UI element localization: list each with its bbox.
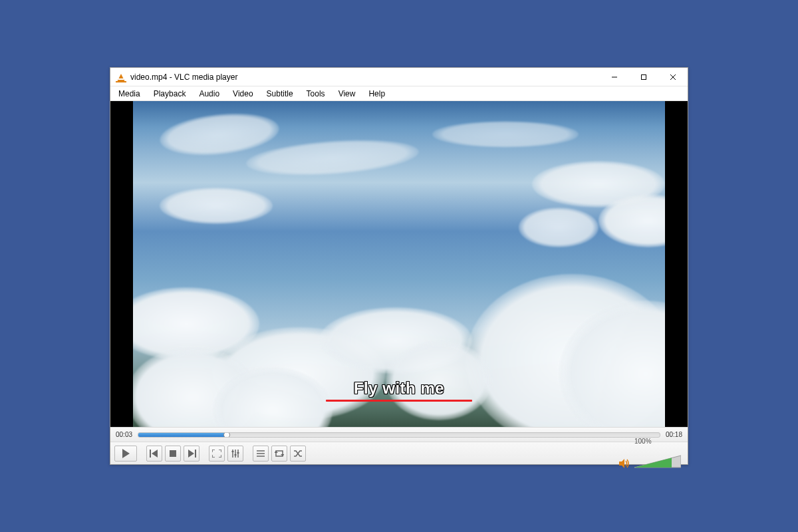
- svg-rect-5: [150, 450, 151, 458]
- playlist-button[interactable]: [253, 446, 269, 462]
- minimize-button[interactable]: [600, 68, 629, 86]
- next-icon: [187, 450, 196, 458]
- close-icon: [670, 74, 676, 80]
- shuffle-icon: [293, 450, 303, 458]
- menu-help[interactable]: Help: [363, 88, 393, 100]
- video-frame: Fly with me: [133, 101, 665, 427]
- svg-marker-21: [619, 459, 624, 468]
- svg-rect-7: [170, 450, 176, 457]
- previous-icon: [150, 450, 159, 458]
- menu-audio[interactable]: Audio: [194, 88, 227, 100]
- speaker-icon[interactable]: [618, 458, 630, 469]
- stop-icon: [169, 450, 177, 458]
- menu-video[interactable]: Video: [227, 88, 261, 100]
- seek-fill: [138, 433, 227, 437]
- titlebar: video.mp4 - VLC media player: [110, 68, 688, 86]
- play-button[interactable]: [114, 446, 137, 462]
- stop-button[interactable]: [165, 446, 181, 462]
- menu-tools[interactable]: Tools: [301, 88, 333, 100]
- video-area[interactable]: Fly with me: [110, 101, 688, 427]
- window-controls: [600, 68, 688, 86]
- fullscreen-button[interactable]: [209, 446, 225, 462]
- maximize-button[interactable]: [629, 68, 658, 86]
- seek-bar[interactable]: [138, 432, 660, 438]
- menubar: Media Playback Audio Video Subtitle Tool…: [110, 86, 688, 101]
- vlc-window: video.mp4 - VLC media player Media Playb…: [110, 67, 688, 465]
- fullscreen-icon: [212, 450, 221, 458]
- svg-rect-13: [232, 451, 234, 452]
- svg-marker-6: [152, 450, 158, 458]
- menu-media[interactable]: Media: [113, 88, 148, 100]
- extended-settings-icon: [231, 450, 240, 458]
- playlist-icon: [256, 450, 265, 458]
- vlc-cone-icon: [116, 72, 126, 82]
- loop-icon: [275, 450, 284, 458]
- window-title: video.mp4 - VLC media player: [130, 72, 237, 82]
- close-button[interactable]: [658, 68, 688, 86]
- volume-label: 100%: [634, 438, 681, 445]
- shuffle-button[interactable]: [290, 446, 306, 462]
- menu-playback[interactable]: Playback: [148, 88, 194, 100]
- seek-row: 00:03 00:18: [110, 427, 688, 442]
- menu-view[interactable]: View: [333, 88, 364, 100]
- seek-thumb[interactable]: [223, 432, 230, 438]
- maximize-icon: [640, 74, 647, 80]
- svg-marker-4: [122, 449, 130, 458]
- extended-settings-button[interactable]: [227, 446, 243, 462]
- svg-marker-8: [188, 450, 194, 458]
- svg-rect-15: [237, 452, 239, 454]
- time-elapsed[interactable]: 00:03: [116, 431, 132, 438]
- volume-slider[interactable]: [634, 454, 681, 469]
- svg-rect-14: [235, 454, 237, 456]
- next-button[interactable]: [184, 446, 200, 462]
- volume-control: 100%: [618, 438, 681, 469]
- svg-rect-1: [642, 74, 646, 79]
- previous-button[interactable]: [146, 446, 162, 462]
- loop-button[interactable]: [271, 446, 287, 462]
- controls-toolbar: 100%: [110, 442, 688, 464]
- minimize-icon: [611, 74, 618, 80]
- play-icon: [122, 449, 130, 458]
- svg-rect-9: [195, 450, 196, 458]
- menu-subtitle[interactable]: Subtitle: [261, 88, 301, 100]
